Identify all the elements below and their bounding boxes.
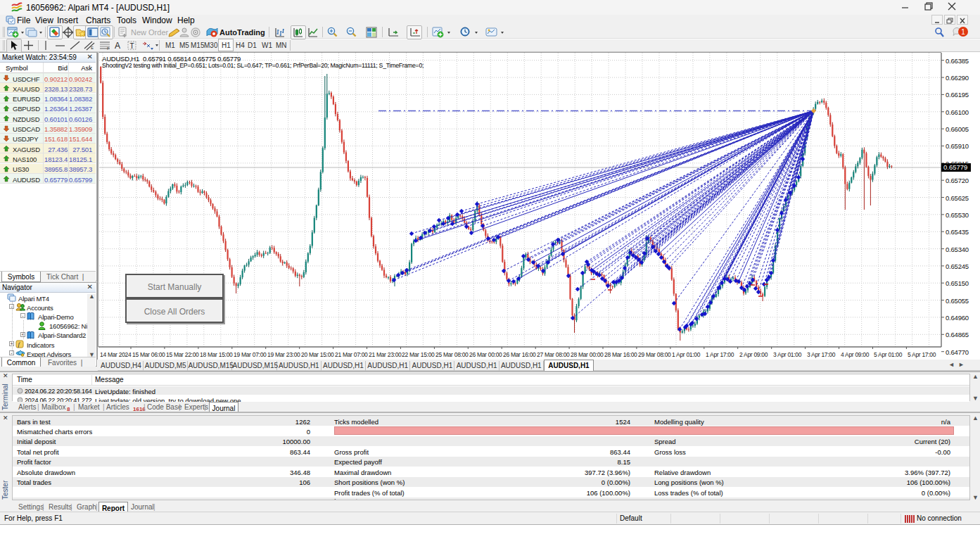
svg-text:F: F [107,46,110,51]
svg-text:T: T [130,42,134,50]
svg-text:1: 1 [961,28,965,36]
svg-text:Tester: Tester [1,480,9,500]
svg-text:E: E [91,46,94,50]
